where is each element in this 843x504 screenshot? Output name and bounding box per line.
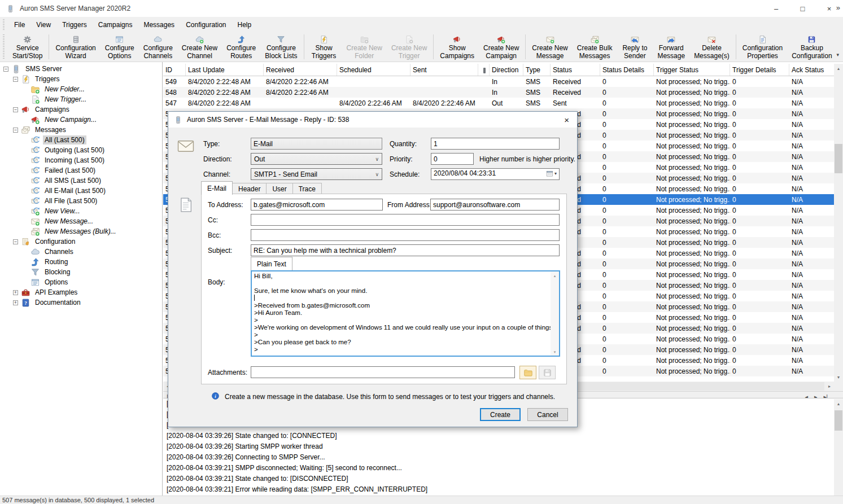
calendar-icon[interactable] bbox=[546, 170, 553, 177]
toolbar-grip[interactable] bbox=[3, 34, 5, 59]
toolbar-show-triggers[interactable]: ShowTriggers bbox=[306, 33, 342, 60]
toolbar-create-new-message[interactable]: Create NewMessage bbox=[527, 33, 572, 60]
cc-field[interactable] bbox=[251, 214, 560, 226]
menubar-grip[interactable] bbox=[3, 19, 5, 30]
toolbar-configure-routes[interactable]: ConfigureRoutes bbox=[222, 33, 260, 60]
tree-expander[interactable]: − bbox=[13, 128, 18, 133]
tab-e-mail[interactable]: E-Mail bbox=[201, 181, 233, 195]
toolbar-reply-to-sender[interactable]: Reply toSender bbox=[617, 33, 653, 60]
column-header-id[interactable]: ID bbox=[163, 64, 186, 76]
toolbar-show-campaigns[interactable]: ShowCampaigns bbox=[435, 33, 479, 60]
table-row[interactable]: 5478/4/2020 2:22:48 AM8/4/2020 2:22:46 A… bbox=[163, 98, 834, 108]
tree-item-all-last-500[interactable]: All (Last 500) bbox=[0, 135, 162, 145]
subject-field[interactable]: RE: Can you help me with a technical pro… bbox=[251, 244, 560, 256]
column-header-received[interactable]: Received bbox=[264, 64, 337, 76]
column-header-sent[interactable]: Sent bbox=[410, 64, 478, 76]
quantity-field[interactable]: 1 bbox=[431, 138, 560, 150]
column-header-trigger-details[interactable]: Trigger Details bbox=[730, 64, 789, 76]
channel-select[interactable]: SMTP1 - Send Email ∨ bbox=[251, 168, 382, 180]
tree-expander[interactable]: − bbox=[13, 107, 18, 112]
tree-item-incoming-last-500[interactable]: Incoming (Last 500) bbox=[0, 155, 162, 165]
tree-expander[interactable]: − bbox=[3, 67, 8, 72]
body-scroll-down-icon[interactable]: ▾ bbox=[551, 348, 559, 356]
tree-item-configuration[interactable]: −Configuration bbox=[0, 236, 162, 247]
attachments-save-button[interactable] bbox=[539, 366, 556, 379]
tree-item-blocking[interactable]: Blocking bbox=[0, 267, 162, 277]
toolbar-more-icon[interactable]: ▾ bbox=[836, 52, 839, 58]
attachments-field[interactable] bbox=[251, 366, 515, 378]
tree-item-all-e-mail-last-500[interactable]: All E-Mail (Last 500) bbox=[0, 186, 162, 196]
create-button[interactable]: Create bbox=[480, 408, 521, 421]
maximize-button[interactable]: □ bbox=[789, 1, 816, 17]
direction-select[interactable]: Out ∨ bbox=[251, 153, 382, 165]
dialog-close-icon[interactable]: × bbox=[562, 115, 571, 125]
tree-expander[interactable]: − bbox=[13, 239, 18, 244]
table-row[interactable]: 5488/4/2020 2:22:48 AM8/4/2020 2:22:46 A… bbox=[163, 87, 834, 98]
toolbar-create-new-campaign[interactable]: Create NewCampaign bbox=[479, 33, 523, 60]
menu-configuration[interactable]: Configuration bbox=[180, 18, 232, 32]
toolbar-delete-message-s[interactable]: DeleteMessage(s) bbox=[689, 33, 734, 60]
column-header-flag[interactable] bbox=[478, 64, 490, 76]
tree-item-new-message[interactable]: New Message... bbox=[0, 216, 162, 226]
tree-expander[interactable]: − bbox=[13, 77, 18, 82]
cancel-button[interactable]: Cancel bbox=[527, 408, 568, 421]
table-row[interactable]: 5498/4/2020 2:22:48 AM8/4/2020 2:22:46 A… bbox=[163, 76, 834, 87]
tree-item-documentation[interactable]: +Documentation bbox=[0, 297, 162, 308]
toolbar-configuration-wizard[interactable]: ConfigurationWizard bbox=[51, 33, 100, 60]
priority-field[interactable]: 0 bbox=[431, 153, 474, 165]
toolbar-configuration-properties[interactable]: ConfigurationProperties bbox=[738, 33, 787, 60]
dialog-title-bar[interactable]: Auron SMS Server - E-Mail Message - Repl… bbox=[168, 112, 577, 128]
column-header-scheduled[interactable]: Scheduled bbox=[337, 64, 410, 76]
menu-messages[interactable]: Messages bbox=[138, 18, 180, 32]
toolbar-configure-channels[interactable]: ConfigureChannels bbox=[139, 33, 177, 60]
toolbar-forward-message[interactable]: ForwardMessage bbox=[653, 33, 689, 60]
attachments-browse-button[interactable] bbox=[519, 366, 536, 379]
tree-item-all-file-last-500[interactable]: All File (Last 500) bbox=[0, 196, 162, 206]
tree-item-all-sms-last-500[interactable]: All SMS (Last 500) bbox=[0, 176, 162, 186]
grid-vscroll-thumb[interactable] bbox=[835, 144, 842, 173]
tree-item-triggers[interactable]: −Triggers bbox=[0, 74, 162, 84]
toolbar-overflow-icon[interactable]: » bbox=[836, 3, 840, 12]
to-address-field[interactable]: b.gates@microsoft.com bbox=[251, 199, 383, 211]
tab-trace[interactable]: Trace bbox=[292, 183, 322, 195]
column-header-trigger-status[interactable]: Trigger Status bbox=[654, 64, 730, 76]
body-scrollbar[interactable]: ▴ ▾ bbox=[551, 271, 559, 356]
log-scrollbar[interactable]: ▴ bbox=[834, 399, 843, 496]
column-header-ack-status[interactable]: Ack Status bbox=[789, 64, 835, 76]
column-header-status-details[interactable]: Status Details bbox=[600, 64, 654, 76]
chevron-down-icon[interactable]: ▾ bbox=[554, 171, 557, 176]
toolbar-create-bulk-messages[interactable]: Create BulkMessages bbox=[573, 33, 617, 60]
toolbar-create-new-channel[interactable]: Create NewChannel bbox=[177, 33, 222, 60]
tree-item-new-folder[interactable]: New Folder... bbox=[0, 84, 162, 94]
column-header-direction[interactable]: Direction bbox=[490, 64, 523, 76]
menu-help[interactable]: Help bbox=[232, 18, 257, 32]
toolbar-service-start-stop[interactable]: ServiceStart/Stop bbox=[8, 33, 47, 60]
tree-expander[interactable]: + bbox=[13, 290, 18, 295]
body-textarea[interactable]: Hi Bill,Sure, let me know what's on your… bbox=[251, 270, 560, 357]
tree-item-new-campaign[interactable]: New Campaign... bbox=[0, 115, 162, 125]
tree-item-options[interactable]: Options bbox=[0, 277, 162, 287]
tab-user[interactable]: User bbox=[266, 183, 292, 195]
tree-item-new-messages-bulk[interactable]: New Messages (Bulk)... bbox=[0, 226, 162, 236]
schedule-field[interactable]: 2020/08/04 04:23:31 ▾ bbox=[431, 168, 560, 180]
body-tab-plain-text[interactable]: Plain Text bbox=[251, 257, 292, 270]
body-scroll-up-icon[interactable]: ▴ bbox=[551, 271, 559, 279]
tree-item-api-examples[interactable]: +API Examples bbox=[0, 287, 162, 297]
menu-file[interactable]: File bbox=[8, 18, 30, 32]
tree-item-channels[interactable]: Channels bbox=[0, 247, 162, 257]
column-header-last-update[interactable]: Last Update bbox=[186, 64, 264, 76]
menu-campaigns[interactable]: Campaigns bbox=[93, 18, 138, 32]
tree-item-routing[interactable]: Routing bbox=[0, 257, 162, 267]
tree-item-failed-last-500[interactable]: Failed (Last 500) bbox=[0, 165, 162, 176]
log-scroll-thumb[interactable] bbox=[835, 410, 842, 431]
tree-item-new-trigger[interactable]: New Trigger... bbox=[0, 94, 162, 104]
tree-expander[interactable]: + bbox=[13, 300, 18, 305]
toolbar-configure-block-lists[interactable]: ConfigureBlock Lists bbox=[260, 33, 302, 60]
minimize-button[interactable]: – bbox=[763, 1, 789, 17]
column-header-status[interactable]: Status bbox=[551, 64, 600, 76]
menu-view[interactable]: View bbox=[30, 18, 56, 32]
tab-header[interactable]: Header bbox=[232, 183, 267, 195]
toolbar-configure-options[interactable]: ConfigureOptions bbox=[101, 33, 139, 60]
tree-item-sms-server[interactable]: −SMS Server bbox=[0, 64, 162, 74]
tree-item-messages[interactable]: −Messages bbox=[0, 125, 162, 135]
